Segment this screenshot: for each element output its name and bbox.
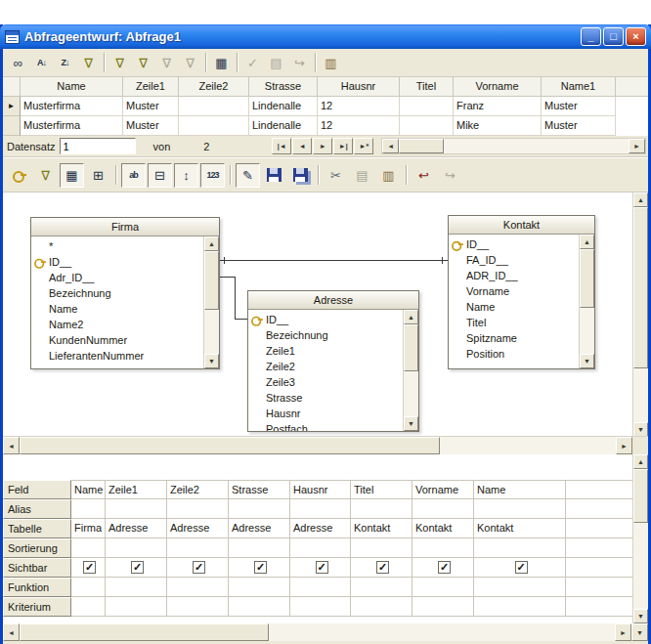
scrollbar-track[interactable]	[444, 139, 629, 153]
column-header-hausnr[interactable]: Hausnr	[318, 77, 400, 97]
kriterium-cell[interactable]	[474, 597, 566, 617]
save-all-button[interactable]	[288, 163, 313, 188]
preview-button[interactable]: ▦	[210, 52, 233, 74]
scrollbar-thumb[interactable]	[204, 251, 219, 310]
toggle-tabelle-row-button[interactable]: ⊟	[148, 163, 172, 188]
tabelle-cell[interactable]: Kontakt	[412, 519, 474, 538]
alias-cell[interactable]	[229, 499, 290, 519]
scrollbar-track[interactable]	[633, 523, 648, 609]
scrollbar-thumb[interactable]	[633, 469, 648, 523]
funktion-cell[interactable]	[412, 578, 474, 597]
feld-cell[interactable]: Vorname	[412, 480, 474, 499]
table-window-firma[interactable]: Firma * ID__ Adr_ID__ Bezeichnung Name N…	[30, 217, 220, 369]
join-line-firma-kontakt[interactable]	[220, 260, 448, 261]
funktion-cell[interactable]	[290, 578, 351, 597]
kriterium-cell[interactable]	[71, 597, 106, 617]
table-scrollbar[interactable]: ▲ ▼	[579, 235, 594, 368]
grid-cell[interactable]: 12	[318, 97, 400, 116]
table-field[interactable]: LieferantenNummer	[31, 348, 203, 364]
sichtbar-checkbox[interactable]: ✓	[376, 561, 389, 574]
feld-cell[interactable]: Zeile1	[106, 480, 167, 499]
scrollbar-track[interactable]	[269, 623, 615, 641]
filter-form-button[interactable]: ∇	[77, 52, 100, 74]
column-header-zeile2[interactable]: Zeile2	[179, 77, 249, 97]
table-window-adresse[interactable]: Adresse ID__ Bezeichnung Zeile1 Zeile2 Z…	[247, 290, 419, 432]
funktion-cell[interactable]	[229, 578, 290, 597]
table-scrollbar[interactable]: ▲ ▼	[203, 236, 219, 368]
kriterium-cell[interactable]	[229, 597, 290, 617]
tabelle-cell[interactable]: Adresse	[106, 519, 167, 538]
scroll-up-icon[interactable]: ▲	[404, 310, 418, 324]
add-table-button[interactable]: ⊞	[86, 163, 110, 188]
table-title[interactable]: Kontakt	[449, 216, 594, 235]
feld-cell[interactable]: Name	[71, 480, 106, 499]
scrollbar-thumb[interactable]	[20, 623, 269, 641]
tabelle-cell[interactable]: Firma	[71, 519, 106, 538]
scroll-left-icon[interactable]: ◄	[3, 437, 20, 454]
column-header-vorname[interactable]: Vorname	[454, 77, 542, 97]
sort-descending-button[interactable]: Z↓	[54, 52, 76, 74]
table-field[interactable]: Bezeichnung	[31, 285, 203, 301]
table-field[interactable]: Name	[31, 301, 203, 317]
table-field[interactable]: Position	[449, 346, 579, 362]
scroll-up-icon[interactable]: ▲	[633, 193, 648, 207]
scroll-right-icon[interactable]: ►	[629, 139, 645, 153]
previous-record-button[interactable]: ◄	[292, 138, 312, 154]
selector-header-cell[interactable]	[3, 77, 21, 97]
sortierung-cell[interactable]	[71, 538, 106, 558]
grid-cell[interactable]	[179, 116, 249, 136]
titlebar[interactable]: Abfrageentwurf: Abfrage1 _ □ ×	[0, 24, 651, 49]
scrollbar-thumb[interactable]	[20, 437, 440, 454]
table-field[interactable]: Bezeichnung	[248, 327, 403, 343]
scrollbar-track[interactable]	[440, 437, 616, 454]
scrollbar-thumb[interactable]	[399, 139, 444, 153]
design-horizontal-scrollbar[interactable]: ◄ ►	[3, 437, 648, 454]
bottom-horizontal-scrollbar[interactable]: ◄ ► ▼	[3, 623, 648, 641]
tabelle-cell[interactable]: Adresse	[167, 519, 229, 538]
grid-cell[interactable]: Lindenalle	[249, 116, 318, 136]
sichtbar-checkbox[interactable]: ✓	[193, 561, 205, 574]
column-header-titel[interactable]: Titel	[400, 77, 454, 97]
toggle-sortierung-row-button[interactable]: ↕	[174, 163, 198, 188]
scrollbar-thumb[interactable]	[580, 249, 594, 308]
table-field[interactable]: Spitzname	[449, 330, 579, 346]
tabelle-cell[interactable]: Kontakt	[351, 519, 412, 538]
sortierung-cell[interactable]	[167, 538, 229, 558]
scroll-right-icon[interactable]: ►	[615, 623, 631, 641]
table-field[interactable]: ADR_ID__	[449, 268, 579, 283]
table-field[interactable]: Name	[449, 299, 579, 315]
tabelle-cell[interactable]: Adresse	[229, 519, 290, 538]
table-title[interactable]: Firma	[31, 218, 219, 236]
table-field[interactable]: Zeile1	[248, 343, 403, 359]
table-field[interactable]: Name2	[31, 317, 203, 332]
querygrid-vertical-scrollbar[interactable]: ▲ ▼	[632, 454, 648, 623]
grid-cell[interactable]	[400, 97, 454, 116]
sortierung-cell[interactable]	[351, 538, 412, 558]
scroll-up-icon[interactable]: ▲	[204, 236, 219, 251]
kriterium-cell[interactable]	[351, 597, 412, 617]
row-selector[interactable]: ►	[3, 97, 21, 116]
join-line-firma-adresse[interactable]	[235, 277, 236, 319]
table-scrollbar[interactable]: ▲ ▼	[403, 310, 418, 431]
feld-cell[interactable]: Titel	[351, 480, 412, 499]
scrollbar-track[interactable]	[404, 371, 418, 416]
kriterium-cell[interactable]	[167, 597, 229, 617]
table-field[interactable]: Zeile2	[248, 359, 403, 374]
grid-cell[interactable]: Musterfirma	[21, 97, 123, 116]
sortierung-cell[interactable]	[229, 538, 290, 558]
table-field[interactable]: Vorname	[449, 283, 579, 299]
column-header-strasse[interactable]: Strasse	[249, 77, 318, 97]
sortierung-cell[interactable]	[474, 538, 566, 558]
toggle-funktion-row-button[interactable]: 123	[200, 163, 225, 188]
grid-cell[interactable]	[179, 97, 249, 116]
sichtbar-checkbox[interactable]: ✓	[515, 561, 528, 574]
grid-cell[interactable]: Muster	[123, 97, 179, 116]
funktion-cell[interactable]	[474, 578, 566, 597]
table-field[interactable]: Postfach	[248, 421, 403, 431]
filter-button[interactable]: ∇	[108, 52, 131, 74]
first-record-button[interactable]: |◄	[272, 138, 291, 154]
column-header-zeile1[interactable]: Zeile1	[123, 77, 179, 97]
funktion-cell[interactable]	[71, 578, 106, 597]
alias-cell[interactable]	[167, 499, 229, 519]
sortierung-cell[interactable]	[290, 538, 351, 558]
